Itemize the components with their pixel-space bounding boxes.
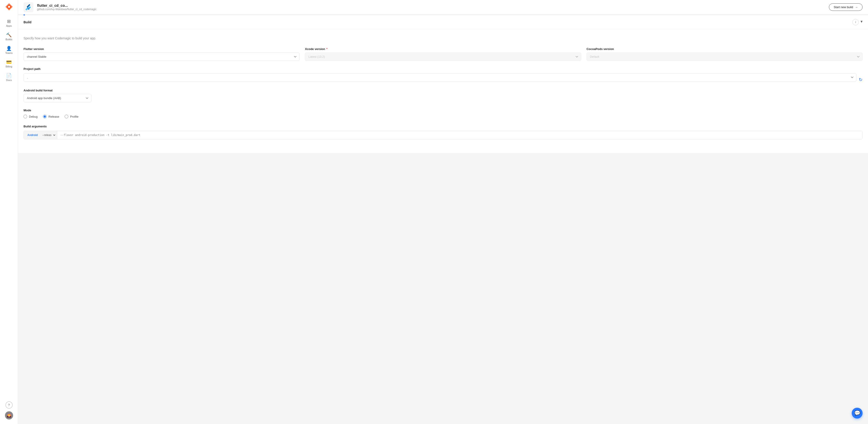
build-description: Specify how you want Codemagic to build … (24, 36, 863, 40)
avatar-icon: 🌄 (7, 413, 11, 418)
flutter-version-select[interactable]: channel Stable channel Beta channel Dev … (24, 53, 300, 61)
build-arguments-label: Build arguments (24, 125, 863, 128)
project-path-row: . ↻ (24, 73, 863, 82)
android-build-format-section: Android build format Android app bundle … (24, 89, 863, 102)
start-build-arrow: → (855, 5, 858, 9)
user-avatar[interactable]: 🌄 (5, 411, 13, 420)
refresh-button[interactable]: ↻ (859, 77, 863, 82)
mode-profile-option[interactable]: Profile (65, 115, 79, 118)
build-section: Build i ▾ Specify how you want Codemagic… (18, 16, 868, 153)
sidebar-teams-label: Teams (5, 52, 12, 54)
sidebar-item-billing[interactable]: 💳 Billing (0, 57, 18, 70)
mode-release-radio[interactable] (43, 115, 46, 118)
header-titles: flutter_ci_cd_co... github.com/Ivy-Walob… (37, 4, 825, 11)
build-info-button[interactable]: i (852, 19, 859, 25)
mode-label: Mode (24, 109, 863, 112)
chat-widget-button[interactable]: 💬 (852, 408, 863, 419)
mode-release-option[interactable]: Release (43, 115, 59, 118)
sidebar-billing-label: Billing (6, 65, 12, 68)
apps-icon: ⊞ (7, 19, 11, 24)
start-new-build-button[interactable]: Start new build → (829, 3, 863, 11)
build-expand-button[interactable]: ▾ (861, 19, 863, 25)
mode-release-label: Release (49, 115, 59, 118)
project-path-section: Project path . ↻ (24, 67, 863, 82)
build-args-tab: Android --releas (24, 131, 57, 139)
chevron-down-icon: ▾ (861, 19, 863, 24)
xcode-version-select[interactable]: Latest (13.2) (305, 53, 581, 61)
mode-profile-radio[interactable] (65, 115, 68, 118)
required-asterisk: * (327, 47, 328, 51)
help-button[interactable]: ? (5, 401, 13, 408)
sidebar: ⊞ Apps 🔨 Builds 👤 Teams 💳 Billing 📄 Docs… (0, 0, 18, 424)
build-form: Specify how you want Codemagic to build … (18, 29, 868, 153)
start-build-label: Start new build (834, 5, 853, 9)
sidebar-item-teams[interactable]: 👤 Teams (0, 44, 18, 57)
builds-icon: 🔨 (6, 33, 12, 37)
header-actions: Start new build → (829, 3, 863, 11)
mode-debug-radio[interactable] (24, 115, 27, 118)
version-row: Flutter version channel Stable channel B… (24, 47, 863, 61)
mode-debug-label: Debug (29, 115, 37, 118)
sidebar-item-builds[interactable]: 🔨 Builds (0, 30, 18, 44)
build-section-header: Build i ▾ (18, 16, 868, 29)
app-url: github.com/Ivy-Walobwa/flutter_ci_cd_cod… (37, 8, 825, 11)
chat-icon: 💬 (854, 410, 860, 416)
sidebar-docs-label: Docs (6, 79, 12, 81)
cocoapods-version-select[interactable]: Default (587, 53, 863, 61)
codemagic-logo[interactable] (5, 3, 13, 11)
build-args-flag-select[interactable]: --releas (40, 131, 56, 139)
main-content: flutter_ci_cd_co... github.com/Ivy-Walob… (18, 0, 868, 424)
teams-icon: 👤 (6, 46, 12, 51)
build-arguments-row: Android --releas (24, 131, 863, 139)
android-build-format-label: Android build format (24, 89, 863, 92)
mode-radio-group: Debug Release Profile (24, 115, 863, 118)
project-path-select[interactable]: . (24, 73, 857, 82)
page-content: Build i ▾ Specify how you want Codemagic… (18, 16, 868, 424)
build-arguments-section: Build arguments Android --releas (24, 125, 863, 139)
flutter-app-icon (24, 2, 33, 12)
project-path-label: Project path (24, 67, 863, 70)
flutter-version-label: Flutter version (24, 47, 300, 51)
app-header: flutter_ci_cd_co... github.com/Ivy-Walob… (18, 0, 868, 15)
sidebar-item-docs[interactable]: 📄 Docs (0, 70, 18, 84)
mode-profile-label: Profile (70, 115, 79, 118)
help-label: ? (8, 403, 10, 407)
info-icon: i (855, 21, 856, 24)
docs-icon: 📄 (6, 73, 12, 78)
android-build-format-select[interactable]: Android app bundle (AAB) APK (24, 94, 91, 102)
billing-icon: 💳 (6, 60, 12, 64)
sidebar-item-apps[interactable]: ⊞ Apps (0, 16, 18, 30)
build-args-tab-label: Android (25, 134, 40, 137)
xcode-version-group: Xcode version * Latest (13.2) (305, 47, 581, 61)
mode-debug-option[interactable]: Debug (24, 115, 37, 118)
xcode-version-label: Xcode version * (305, 47, 581, 51)
mode-section: Mode Debug Release Profile (24, 109, 863, 118)
build-section-actions: i ▾ (852, 19, 863, 25)
sidebar-apps-label: Apps (6, 24, 12, 27)
app-name: flutter_ci_cd_co... (37, 4, 825, 8)
build-section-title: Build (24, 20, 31, 24)
cocoapods-version-label: CocoaPods version (587, 47, 863, 51)
cocoapods-version-group: CocoaPods version Default (587, 47, 863, 61)
sidebar-builds-label: Builds (6, 38, 12, 41)
flutter-version-group: Flutter version channel Stable channel B… (24, 47, 300, 61)
build-arguments-input[interactable] (57, 131, 862, 139)
